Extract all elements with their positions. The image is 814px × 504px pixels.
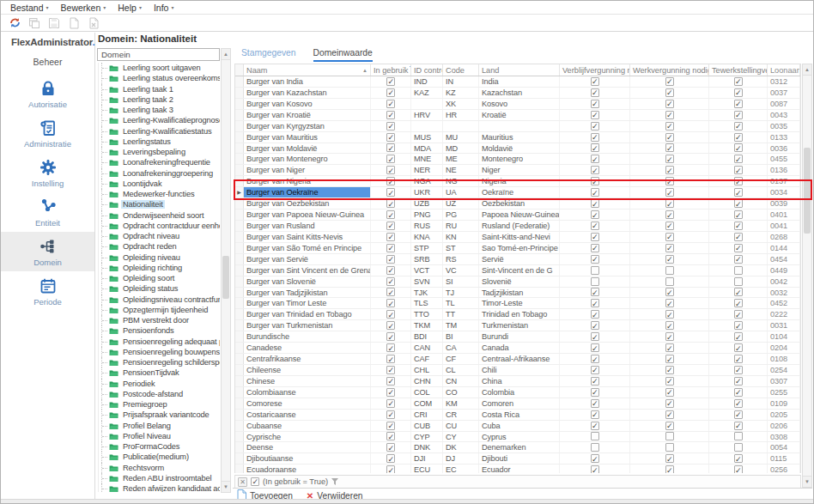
checked-checkbox[interactable] xyxy=(386,100,395,108)
cell-tewerk[interactable] xyxy=(709,331,768,342)
cell-verblijf[interactable] xyxy=(560,410,630,420)
cell-id_controle[interactable]: BDI xyxy=(411,331,443,342)
cell-verblijf[interactable] xyxy=(560,453,630,464)
cell-id_controle[interactable]: MNE xyxy=(411,154,443,164)
cell-loon[interactable]: 0401 xyxy=(768,209,800,220)
cell-loon[interactable]: 0452 xyxy=(768,298,800,308)
cell-naam[interactable]: Burger van Montenegro xyxy=(244,154,371,164)
cell-werk[interactable] xyxy=(630,298,709,308)
cell-naam[interactable]: Burger van Kosovo xyxy=(244,99,371,109)
cell-naam[interactable]: Burger van Rusland xyxy=(244,221,371,231)
cell-naam[interactable]: Chinese xyxy=(244,376,371,386)
checked-checkbox[interactable] xyxy=(591,388,599,397)
cell-in_gebruik[interactable] xyxy=(371,143,411,154)
cell-tewerk[interactable] xyxy=(709,132,768,143)
checked-checkbox[interactable] xyxy=(665,355,674,363)
cell-id_controle[interactable]: KAZ xyxy=(411,88,443,98)
cell-naam[interactable]: Burger van Kroatië xyxy=(244,110,371,120)
cell-id_controle[interactable]: CHL xyxy=(411,365,443,375)
cell-id_controle[interactable]: SVN xyxy=(411,276,443,287)
cell-code[interactable]: CU xyxy=(443,421,479,431)
cell-tewerk[interactable] xyxy=(709,99,768,109)
checked-checkbox[interactable] xyxy=(665,111,674,119)
cell-tewerk[interactable] xyxy=(709,143,768,154)
cell-tewerk[interactable] xyxy=(709,110,768,120)
window-icon[interactable] xyxy=(27,16,41,30)
grid-scroll-thumb[interactable] xyxy=(804,148,811,234)
cell-in_gebruik[interactable] xyxy=(371,88,411,98)
checked-checkbox[interactable] xyxy=(734,88,743,97)
cell-loon[interactable]: 0108 xyxy=(768,354,800,364)
sidebar-item-autorisatie[interactable]: Autorisatie xyxy=(1,74,94,113)
cell-id_controle[interactable]: CUB xyxy=(411,421,443,431)
checked-checkbox[interactable] xyxy=(734,177,743,185)
cell-werk[interactable] xyxy=(630,88,709,98)
cell-werk[interactable] xyxy=(630,410,709,420)
cell-werk[interactable] xyxy=(630,265,709,276)
column-header-land[interactable]: Land xyxy=(479,64,560,76)
cell-id_controle[interactable]: KNA xyxy=(411,232,443,242)
column-header-gebruik[interactable]: In gebruik xyxy=(371,64,411,76)
cell-in_gebruik[interactable] xyxy=(371,410,411,420)
cell-code[interactable]: BI xyxy=(443,331,479,342)
cell-verblijf[interactable] xyxy=(560,121,630,131)
cell-tewerk[interactable] xyxy=(709,387,768,398)
cell-land[interactable]: Kosovo xyxy=(479,99,560,109)
checked-checkbox[interactable] xyxy=(591,310,599,319)
cell-id_controle[interactable] xyxy=(411,121,443,131)
checked-checkbox[interactable] xyxy=(665,77,674,86)
cell-verblijf[interactable] xyxy=(560,243,630,253)
cell-code[interactable]: HR xyxy=(443,110,479,120)
cell-tewerk[interactable] xyxy=(709,442,768,452)
cell-verblijf[interactable] xyxy=(560,110,630,120)
cell-in_gebruik[interactable] xyxy=(371,298,411,308)
table-row[interactable]: Burger van Kyrgyzstan0035 xyxy=(235,121,800,132)
cell-tewerk[interactable] xyxy=(709,288,768,298)
cell-werk[interactable] xyxy=(630,243,709,253)
checked-checkbox[interactable] xyxy=(665,155,674,163)
cell-land[interactable]: Turkmenistan xyxy=(479,320,560,331)
cell-verblijf[interactable] xyxy=(560,365,630,375)
checked-checkbox[interactable] xyxy=(591,233,599,241)
cell-tewerk[interactable] xyxy=(709,465,768,473)
cell-tewerk[interactable] xyxy=(709,421,768,431)
cell-werk[interactable] xyxy=(630,187,709,197)
cell-id_controle[interactable]: VCT xyxy=(411,265,443,276)
cell-id_controle[interactable]: COL xyxy=(411,387,443,398)
checked-checkbox[interactable] xyxy=(386,366,395,374)
table-row[interactable]: CostaricaanseCRICRCosta Rica0205 xyxy=(235,410,800,421)
cell-werk[interactable] xyxy=(630,221,709,231)
cell-id_controle[interactable]: UKR xyxy=(411,187,443,197)
checked-checkbox[interactable] xyxy=(665,166,674,174)
cell-werk[interactable] xyxy=(630,387,709,398)
cell-werk[interactable] xyxy=(630,121,709,131)
checked-checkbox[interactable] xyxy=(665,133,674,142)
cell-land[interactable]: Djibouti xyxy=(479,453,560,464)
cell-code[interactable]: NG xyxy=(443,176,479,186)
cell-verblijf[interactable] xyxy=(560,265,630,276)
cell-tewerk[interactable] xyxy=(709,254,768,264)
checked-checkbox[interactable] xyxy=(386,343,395,352)
unchecked-checkbox[interactable] xyxy=(665,443,674,452)
cell-code[interactable]: SI xyxy=(443,276,479,287)
cell-verblijf[interactable] xyxy=(560,298,630,308)
checked-checkbox[interactable] xyxy=(665,332,674,341)
cell-in_gebruik[interactable] xyxy=(371,320,411,331)
grid-scroll-up-icon[interactable]: ▲ xyxy=(803,64,811,76)
cell-naam[interactable]: Burger van Tadjzjikistan xyxy=(244,288,371,298)
cell-loon[interactable]: 0109 xyxy=(768,398,800,409)
checked-checkbox[interactable] xyxy=(665,422,674,430)
cell-in_gebruik[interactable] xyxy=(371,421,411,431)
checked-checkbox[interactable] xyxy=(386,210,395,219)
cell-werk[interactable] xyxy=(630,442,709,452)
table-row[interactable]: ColombiaanseCOLCOColombia0255 xyxy=(235,387,800,398)
cell-code[interactable]: UA xyxy=(443,187,479,197)
filter-funnel-icon[interactable] xyxy=(331,478,338,485)
cell-id_controle[interactable]: UZB xyxy=(411,198,443,209)
sidebar-item-domein[interactable]: Domein xyxy=(1,232,94,271)
cell-werk[interactable] xyxy=(630,232,709,242)
cell-tewerk[interactable] xyxy=(709,376,768,386)
cell-id_controle[interactable]: HRV xyxy=(411,110,443,120)
checked-checkbox[interactable] xyxy=(386,199,395,208)
cell-loon[interactable]: 0039 xyxy=(768,198,800,209)
